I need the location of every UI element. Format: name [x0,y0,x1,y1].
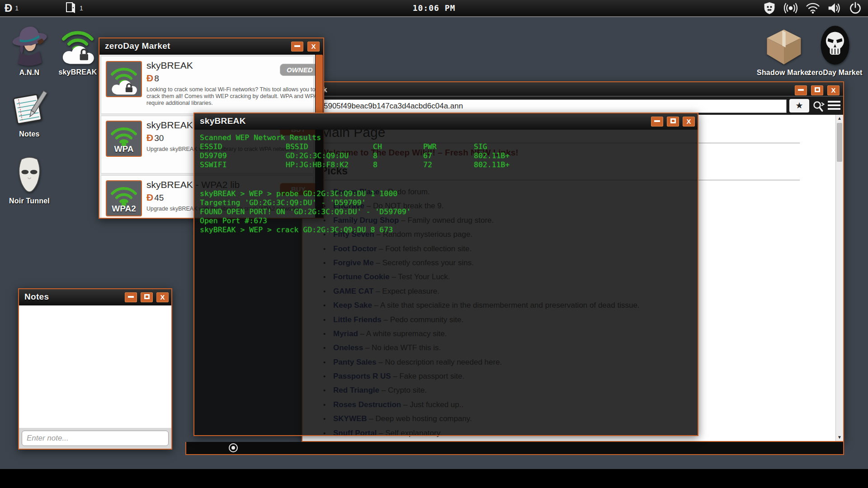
scroll-up-icon[interactable]: ▲ [836,115,843,122]
market-item-price: Ð30 [146,132,164,143]
desktop-icon-label: Noir Tunnel [9,197,50,205]
desktop-icon-shadow-market[interactable]: Shadow Market [760,26,807,77]
power-icon[interactable] [849,2,862,14]
desktop-icon-label: Notes [19,130,39,138]
market-item-icon: WPA2 [106,180,142,216]
market-item-icon-label: WPA2 [107,204,141,214]
close-button[interactable]: X [827,85,840,95]
scrollbar-thumb[interactable] [837,123,842,162]
desktop-icon-noir-tunnel[interactable]: Noir Tunnel [6,154,53,205]
terminal-output[interactable]: Scanned WEP Network Results ESSID BSSID … [194,130,698,435]
note-input[interactable] [22,431,169,446]
close-button[interactable]: X [307,42,320,52]
ann-icon [9,23,50,67]
doscoin-icon: Ð [5,2,12,14]
notes-window: Notes X [18,288,172,450]
desktop-icon-skybreak[interactable]: skyBREAK [54,25,101,76]
maximize-button[interactable] [141,292,153,302]
coin-count: 1 [15,5,19,12]
zeroday-market-skull-icon [816,23,854,67]
notes-window-title: Notes [24,292,49,302]
owned-badge: OWNED [280,64,315,76]
market-item-description: Looking to crack some local Wi-Fi networ… [146,86,315,107]
screen-letterbox [0,469,868,488]
bookmark-star-icon[interactable]: ★ [789,99,809,113]
record-button[interactable] [229,443,238,452]
antivirus-shield-skull-icon[interactable] [763,2,776,14]
minimize-button[interactable] [795,85,807,95]
desktop-icon-label: skyBREAK [58,68,97,76]
skybreak-terminal-window: skyBREAK X Scanned WEP Network Results E… [193,113,698,436]
terminal-command-line: Targeting 'GD:2G:3C:Q9:DU' - 'D59709' [194,198,698,207]
scrollbar-thumb[interactable] [316,55,323,118]
terminal-titlebar[interactable]: skyBREAK X [194,113,698,130]
desktop: Ð 1 1 10:06 PM [0,0,868,488]
broadcast-signal-icon[interactable] [783,2,798,14]
browser-scrollbar[interactable]: ▲ ▼ [835,115,843,441]
doscoin-icon: Ð [146,73,153,83]
terminal-network-row: D59709 GD:2G:3C:Q9:DU 8 67 802.11B+ [194,151,698,160]
desktop-icon-notes[interactable]: Notes [6,87,53,138]
browser-toolbar: 5905f49beac9b147ca3d4acbd6c04a.ann ★ [302,96,843,115]
desktop-icon-label: Shadow Market [757,69,811,77]
url-input[interactable]: 5905f49beac9b147ca3d4acbd6c04a.ann [304,99,787,113]
door-icon [65,1,76,15]
browser-bottom-bar [185,442,844,455]
desktop-icon-ann[interactable]: A.N.N [6,23,53,77]
maximize-button[interactable] [811,85,823,95]
terminal-column-headers: ESSID BSSID CH PWR SIG [194,142,698,151]
clock: 10:06 PM [413,0,456,16]
market-titlebar[interactable]: zeroDay Market X [99,38,323,55]
top-status-bar: Ð 1 1 10:06 PM [0,0,868,17]
notes-icon [9,87,50,128]
notes-content-area[interactable] [19,305,171,428]
minimize-button[interactable] [125,292,137,302]
market-item-price: Ð45 [146,192,164,203]
notes-footer [19,428,171,449]
minimize-button[interactable] [291,42,303,52]
door-counter: 1 [65,0,83,16]
coin-balance: Ð 1 [5,0,19,16]
terminal-command-line: Open Port #:673 [194,216,698,225]
terminal-command-line: skyBREAK > WEP > crack GD:2G:3C:Q9:DU 8 … [194,225,698,235]
minimize-button[interactable] [651,117,663,127]
terminal-scan-header: Scanned WEP Network Results [194,133,698,142]
notes-titlebar[interactable]: Notes X [19,289,171,305]
search-icon[interactable] [812,100,826,114]
market-item-icon [106,61,142,97]
desktop-icon-label: A.N.N [19,69,40,77]
doscoin-icon: Ð [146,192,153,202]
wifi-icon[interactable] [806,2,820,14]
noir-tunnel-mask-icon [9,154,49,195]
doscoin-icon: Ð [146,132,153,143]
market-item-icon: WPA [106,121,142,157]
market-item-name: skyBREAK [146,60,193,71]
maximize-button[interactable] [667,117,679,127]
market-window-title: zeroDay Market [105,41,170,51]
skybreak-icon [57,25,99,66]
menu-hamburger-icon[interactable] [828,101,840,112]
close-button[interactable]: X [683,117,695,127]
shadow-market-box-icon [763,26,805,67]
desktop-icon-label: zeroDay Market [807,69,862,77]
volume-icon[interactable] [827,2,842,14]
terminal-network-row: SSWIFI HP:JG:HB:F8:K2 8 72 802.11B+ [194,160,698,169]
terminal-command-line: FOUND OPEN PORT! ON 'GD:2G:3C:Q9:DU' - '… [194,207,698,216]
door-count: 1 [80,5,83,12]
market-item: skyBREAK Ð8 OWNED Looking to crack some … [101,56,314,114]
desktop-icon-zeroday-market[interactable]: zeroDay Market [811,23,859,77]
close-button[interactable]: X [156,292,169,302]
scroll-down-icon[interactable]: ▼ [836,434,843,441]
market-item-price: Ð8 [146,73,159,84]
terminal-command-line: skyBREAK > WEP > probe GD:2G:3C:Q9:DU 1 … [194,189,698,198]
terminal-window-title: skyBREAK [200,116,246,126]
market-item-icon-label: WPA [107,144,141,154]
